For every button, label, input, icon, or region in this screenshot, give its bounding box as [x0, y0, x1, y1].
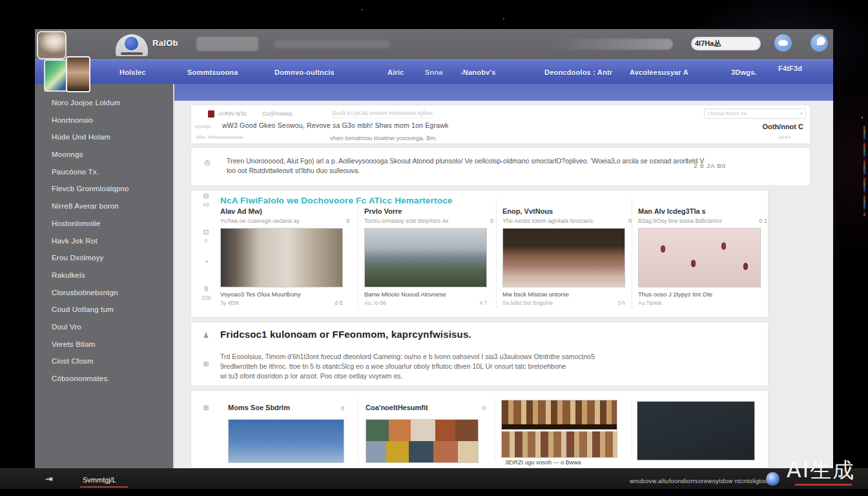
sidebar-item-14[interactable]: Verets Btlam: [35, 336, 173, 353]
article-heading[interactable]: Fridcsoc1 kulonoam or FFeonmom, kaprcynf…: [220, 329, 471, 340]
sidebar-item-12[interactable]: Coud Uotlang tum: [35, 301, 173, 318]
card-footer-meta: Au. io-96: [364, 300, 386, 306]
enter-icon[interactable]: ⇥: [45, 473, 53, 484]
panel-count: 49: [196, 202, 216, 208]
card-image-pattern[interactable]: [638, 228, 761, 287]
sidebar-item-8[interactable]: Havk Jok Rot: [35, 232, 173, 250]
card-footer-title[interactable]: Mw bsck Mistow untonie: [502, 291, 632, 298]
balloon-logo-icon[interactable]: [116, 34, 148, 56]
sidebar-item-3[interactable]: Moonngs: [35, 146, 173, 163]
balloon-icon: [125, 37, 138, 50]
sidebar-item-15[interactable]: Ciost Cfosm: [35, 353, 173, 370]
nav-thumbnail-portrait[interactable]: [66, 56, 90, 92]
nav-item-7[interactable]: Avcoleesusyar A: [630, 68, 688, 76]
card-title[interactable]: Prvlo Vorre: [364, 207, 493, 215]
badge-icon-button[interactable]: ◎: [198, 158, 217, 166]
globe-icon[interactable]: [766, 472, 780, 486]
card-title[interactable]: Coa'noeltHesumfit: [366, 404, 428, 411]
nav-item-4[interactable]: Snna: [425, 68, 443, 76]
card-title[interactable]: Alav Ad Mw): [220, 207, 349, 215]
sidebar-item-6[interactable]: Nirre8 Averar boron: [35, 198, 173, 215]
logo-text: RalOb: [152, 38, 178, 48]
account-pill[interactable]: 4l7Ha丛: [691, 37, 761, 50]
nine-icon-button[interactable]: 9 229: [196, 285, 216, 301]
sidebar-item-2[interactable]: Hüde Und Holam: [35, 129, 173, 146]
nav-item-5[interactable]: -Nanobv's: [460, 68, 496, 76]
sidebar-item-11[interactable]: Clorusbotinebsntgn: [35, 284, 173, 302]
grid-icon: ⊞: [196, 404, 216, 411]
card-title[interactable]: Enop, VvtNous: [502, 207, 632, 215]
card-image-tapestry[interactable]: [501, 400, 617, 458]
article-line3: wi tu3 ofont dosridon p lor ansot. Poo o…: [220, 371, 595, 381]
clock-icon-button[interactable]: ◔: [196, 258, 216, 265]
nav-item-6[interactable]: Deoncdoolos : Antr: [544, 68, 612, 76]
divider: [495, 398, 495, 460]
subline-main: vhen tomatmou ttxwtnw yosounga, Bm.: [330, 134, 437, 141]
card-count: 0: [628, 218, 632, 224]
nav-item-3[interactable]: Airic: [388, 68, 404, 76]
card-footer-title[interactable]: Banw Mlooio Nuoud Atovoese: [364, 291, 493, 298]
nav-item-0[interactable]: Holslec: [119, 68, 146, 76]
sidebar-item-4[interactable]: Paucóono Tx.: [35, 163, 173, 181]
card-subtitle: Yhe Aeotis totem agnitala Nnozaris: [502, 218, 593, 224]
sidebar-item-13[interactable]: Doul Vro: [35, 318, 173, 336]
topbar-tag2: Gorj/Howwa.: [262, 110, 294, 117]
nav-item-2[interactable]: Domnvo-oultncis: [274, 68, 335, 76]
person-icon-button[interactable]: ♟: [196, 331, 216, 339]
card-image-bedroom[interactable]: [220, 228, 343, 287]
divider: [632, 198, 632, 309]
sidebar-item-1[interactable]: Honrtnonsio: [35, 112, 173, 129]
blurred-status: [550, 39, 673, 50]
card-footer-title[interactable]: Thus ooso J 2typyz tint Ote: [638, 291, 767, 298]
card-count: 0: [346, 218, 349, 224]
sidebar-item-16[interactable]: Cóbsononmates.: [35, 370, 173, 388]
active-app-underline: [80, 486, 128, 488]
divider: [358, 398, 358, 460]
card-footer-stat: 4 ?: [479, 300, 487, 306]
nav-item-9[interactable]: F4tF3d: [778, 65, 802, 72]
card-footer-meta: Sa bdet Sot Soguine: [502, 300, 553, 306]
bottom-section: ⊞ Moms Soe Sbdrlm 0 Coa'noeltHesumfit 0 …: [191, 390, 769, 468]
watermark-underline: [795, 484, 852, 486]
content-topbar: AHNN W3o Gorj/Howwa. [1uult tu (ss3a) ww…: [191, 105, 811, 144]
blurred-search-area[interactable]: [196, 37, 258, 51]
nav-item-8[interactable]: 3Dwgs.: [731, 68, 757, 76]
user-avatar[interactable]: [37, 31, 67, 59]
card-title[interactable]: Man Alv Icdeg3Tla s: [638, 207, 767, 215]
flag-icon: [208, 110, 214, 118]
cloud-button[interactable]: [774, 34, 792, 52]
card-footer-stat: d B: [335, 300, 343, 306]
box-icon: ⊡: [196, 228, 216, 236]
card-image-collage[interactable]: [366, 419, 479, 463]
panel-icon-button[interactable]: ⊟ 49: [196, 192, 216, 208]
sidebar-item-10[interactable]: Rakulkeis: [35, 267, 173, 284]
star-dot: [862, 117, 863, 118]
article-paragraph: Trd Eooolsius, Timom d'6h1t3ont foecud d…: [220, 352, 595, 381]
featured-heading[interactable]: NcA FiwiFalolo we Dochovoore Fc ATicc He…: [220, 196, 453, 205]
topbar-right-link[interactable]: Ooth/nnot C: [762, 123, 803, 130]
card-footer-title[interactable]: Voyoao3 Tes Oloa Muurtbony: [220, 291, 349, 298]
sidebar-item-5[interactable]: Flevcb Gronmloalqpno: [35, 180, 173, 198]
archive-icon-button[interactable]: ⊞: [196, 360, 216, 367]
card-image-dark[interactable]: [637, 401, 755, 460]
grid-icon-button[interactable]: ⊞: [196, 404, 216, 411]
card-title[interactable]: Moms Soe Sbdrlm: [228, 404, 290, 411]
badge-icon: ◎: [198, 158, 217, 166]
bottom-card-3: [637, 391, 756, 464]
browser-window: RalOb 4l7Ha丛 Holslec Sommtsuoona Domnvo-…: [35, 29, 833, 468]
window-header: RalOb 4l7Ha丛: [35, 29, 833, 59]
bottom-card-0: Moms Soe Sbdrlm 0: [220, 391, 349, 464]
sidebar-item-7[interactable]: Hostonlomolie: [35, 215, 173, 232]
card-image-sky[interactable]: [228, 419, 344, 463]
card-image-mountain[interactable]: [364, 228, 487, 287]
nav-item-1[interactable]: Sommtsuoona: [187, 68, 238, 76]
taskbar-app-label[interactable]: Svmmtgj/L: [83, 476, 116, 484]
topbar-search-input[interactable]: Lttcteya tttrwce sw 4: [704, 108, 806, 119]
sidebar-item-9[interactable]: Erou Dxolmoyy: [35, 249, 173, 267]
box-icon-button[interactable]: ⊡ 5: [196, 228, 216, 244]
sidebar-item-0[interactable]: Noro Joojoe Loldum: [35, 94, 173, 112]
card-footer-stat: 3 h: [617, 300, 625, 306]
card-image-stage[interactable]: [502, 228, 625, 287]
topbar-tag1: AHNN W3o: [218, 110, 247, 117]
profile-button[interactable]: [811, 34, 828, 52]
